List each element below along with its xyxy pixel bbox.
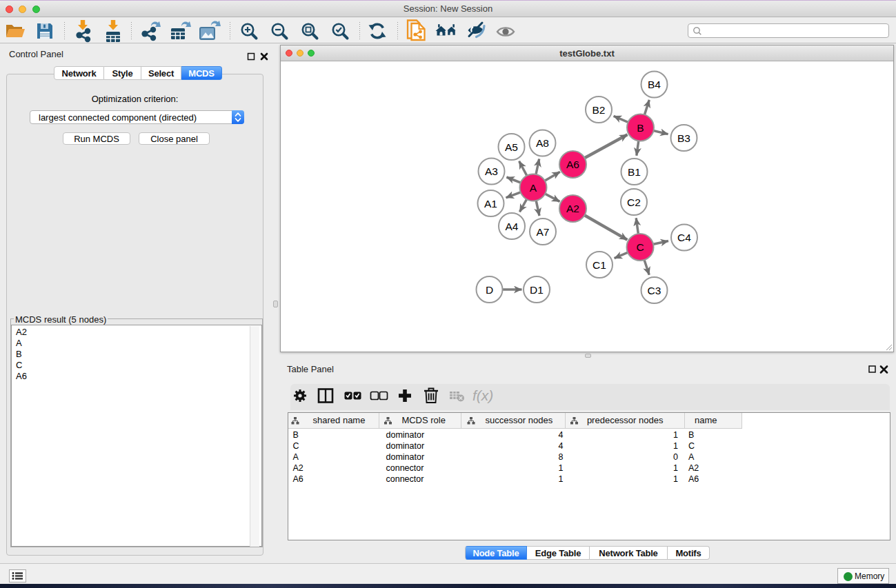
svg-text:D: D xyxy=(486,284,493,296)
svg-text:A4: A4 xyxy=(506,221,519,232)
svg-text:B3: B3 xyxy=(677,132,690,144)
svg-text:C4: C4 xyxy=(677,232,691,243)
svg-text:B2: B2 xyxy=(593,104,606,116)
svg-text:A1: A1 xyxy=(484,198,497,210)
svg-text:A5: A5 xyxy=(505,141,518,153)
svg-text:C: C xyxy=(636,241,644,253)
svg-text:A3: A3 xyxy=(485,165,498,177)
svg-text:A: A xyxy=(530,182,537,194)
svg-text:B1: B1 xyxy=(628,166,641,178)
svg-text:A6: A6 xyxy=(566,159,579,170)
svg-text:A7: A7 xyxy=(537,226,550,238)
svg-text:C3: C3 xyxy=(648,285,661,296)
svg-text:D1: D1 xyxy=(530,284,544,296)
svg-text:A2: A2 xyxy=(566,203,579,214)
svg-text:B: B xyxy=(637,122,644,134)
svg-text:B4: B4 xyxy=(648,79,661,90)
svg-text:C1: C1 xyxy=(593,259,606,271)
svg-text:A8: A8 xyxy=(536,137,549,149)
svg-text:C2: C2 xyxy=(627,196,641,208)
svg-text:f(x): f(x) xyxy=(472,387,493,403)
